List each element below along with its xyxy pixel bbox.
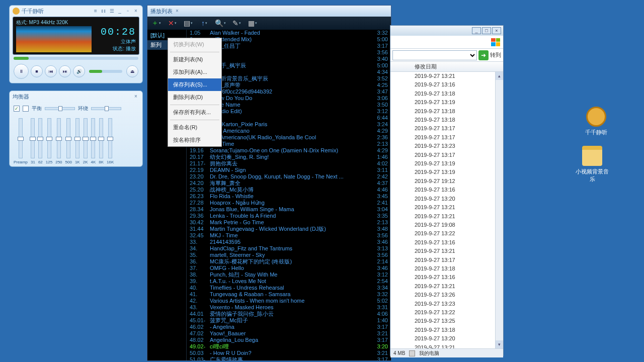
equalizer-titlebar[interactable]: 均衡器 × — [10, 91, 142, 102]
eq-band-500[interactable]: 500 — [65, 118, 72, 164]
file-row[interactable]: 2019-9-27 13:21 — [390, 343, 503, 348]
file-row[interactable]: 2019-9-27 13:16 — [390, 80, 503, 89]
file-row[interactable]: 2019-9-27 13:16 — [390, 238, 503, 247]
eq-band-8K[interactable]: 8K — [99, 118, 104, 164]
track-row[interactable]: 26.23Flo Rida - Whistle3:45 — [187, 193, 391, 200]
file-row[interactable]: 2019-9-27 13:22 — [390, 229, 503, 238]
track-row[interactable]: 44.01 爱情的骗子我问你_陈小云4:06 — [187, 311, 391, 317]
eq-band-125[interactable]: 125 — [46, 118, 52, 164]
eq-band-16K[interactable]: 16K — [107, 118, 114, 164]
stop-button[interactable]: ■ — [31, 65, 43, 77]
playlist-titlebar[interactable]: 播放列表 × — [147, 6, 391, 17]
scroll-up-icon[interactable]: ▴ — [496, 72, 503, 80]
eq-band-Preamp[interactable]: Preamp — [14, 118, 28, 164]
track-row[interactable]: 39.t.A.T.u. - Loves Me Not2:54 — [187, 278, 391, 285]
eq-band-250[interactable]: 250 — [55, 118, 62, 164]
file-row[interactable]: 2019-9-27 13:19 — [390, 98, 503, 107]
track-row[interactable]: 36.MC康乐-樱花树下的约定 (咚鼓版)2:14 — [187, 258, 391, 265]
close-icon[interactable]: × — [132, 8, 139, 15]
file-row[interactable]: 2019-9-27 13:21 — [390, 72, 503, 80]
track-row[interactable]: 41.Tungevaag & Raaban - Samsara3:32 — [187, 291, 391, 298]
file-row[interactable]: 2019-9-27 13:23 — [390, 300, 503, 308]
eq-band-62[interactable]: 62 — [38, 118, 43, 164]
sort-button[interactable]: ↑▾ — [200, 19, 209, 28]
file-row[interactable]: 2019-9-27 13:21 — [390, 247, 503, 255]
pause-button[interactable]: ⏸ — [14, 64, 29, 79]
track-row[interactable]: 22.19DEAMN - Sign3:11 — [187, 167, 391, 173]
player-titlebar[interactable]: 千千静听 ≡ ⫾⫾ ☰ _ ▫ × — [10, 6, 142, 17]
track-row[interactable]: 38.Punch, 灿烈 - Stay With Me3:12 — [187, 272, 391, 278]
toggle-vis-icon[interactable]: ⫾⫾ — [100, 8, 107, 15]
balance-slider[interactable] — [45, 107, 75, 110]
file-row[interactable]: 2019-9-27 13:17 — [390, 151, 503, 159]
eq-band-1K[interactable]: 1K — [75, 118, 80, 164]
track-row[interactable]: 33.21441435953:46 — [187, 239, 391, 245]
toggle-list-icon[interactable]: ☰ — [108, 8, 115, 15]
file-row[interactable]: 2019-9-27 13:17 — [390, 124, 503, 133]
track-row[interactable]: 45.01-菠萝咒_Mc阳子1:40 — [187, 317, 391, 324]
file-row[interactable]: 2019-9-27 13:16 — [390, 186, 503, 194]
eq-auto-checkbox[interactable] — [23, 106, 29, 112]
explorer-titlebar[interactable]: _ □ × — [390, 26, 503, 36]
track-row[interactable]: 50.03- How R U Doin?3:21 — [187, 350, 391, 356]
file-row[interactable]: 2019-9-27 13:23 — [390, 142, 503, 150]
eq-enable-checkbox[interactable]: ✓ — [14, 106, 20, 112]
track-row[interactable]: 30.42Mark Petrie - Go Time2:13 — [187, 219, 391, 226]
progress-bar[interactable] — [14, 57, 138, 60]
menu-add-list[interactable]: 添加列表(A)... — [168, 66, 221, 78]
track-row[interactable]: 1.05Alan Walker - Faded3:32 — [187, 30, 391, 36]
file-row[interactable]: 2019-9-27 13:19 — [390, 159, 503, 168]
menu-save-list[interactable]: 保存列表(S)... — [168, 78, 221, 91]
track-row[interactable]: 40.Timeflies - Undress Rehearsal3:34 — [187, 285, 391, 291]
list-button[interactable]: ▤▾ — [184, 19, 193, 28]
file-row[interactable]: 2019-9-27 13:17 — [390, 133, 503, 142]
maximize-icon[interactable]: □ — [482, 27, 491, 34]
track-row[interactable]: 37.OMFG - Hello3:46 — [187, 265, 391, 272]
file-row[interactable]: 2019-9-27 13:20 — [390, 195, 503, 203]
spectrum-visualizer[interactable] — [16, 26, 92, 52]
track-row[interactable]: 24.20 海草舞_萧全4:37 — [187, 180, 391, 187]
go-button[interactable]: ➜ — [478, 50, 489, 60]
track-row[interactable]: 49.02-ci哩ci哩3:20 — [187, 343, 391, 350]
track-row[interactable]: 51.03-广东爱情故事3:17 — [187, 356, 391, 360]
track-row[interactable]: 20.17 幼女幻奏_Sing, R. Sing!1:46 — [187, 154, 391, 160]
track-row[interactable]: 23.20Dr. Dre, Snoop Dogg, Kurupt, Nate D… — [187, 173, 391, 180]
eq-band-2K[interactable]: 2K — [83, 118, 88, 164]
time-display[interactable]: 00:28 — [101, 26, 136, 38]
edit-button[interactable]: ✎▾ — [232, 19, 241, 28]
file-row[interactable]: 2019-9-27 13:18 — [390, 326, 503, 334]
file-row[interactable]: 2019-9-27 13:22 — [390, 308, 503, 317]
remove-button[interactable]: ✕▾ — [168, 19, 177, 28]
eq-band-4K[interactable]: 4K — [91, 118, 96, 164]
track-row[interactable]: 29.36Lenka - Trouble Is A Friend3:35 — [187, 213, 391, 219]
menu-sort[interactable]: 按名称排序 — [168, 134, 221, 146]
file-row[interactable]: 2019-9-27 13:20 — [390, 334, 503, 343]
track-row[interactable]: 34.HandClap_Fitz and The Tantrums3:13 — [187, 245, 391, 252]
file-row[interactable]: 2019-9-27 13:18 — [390, 264, 503, 273]
menu-new-list[interactable]: 新建列表(N) — [168, 53, 221, 66]
prev-button[interactable]: ⏮ — [45, 65, 57, 77]
file-row[interactable]: 2019-9-27 19:08 — [390, 221, 503, 229]
track-row[interactable]: 43.Vexento - Masked Heroes3:31 — [187, 304, 391, 311]
minimize-icon[interactable]: _ — [116, 8, 123, 15]
file-row[interactable]: 2019-9-27 13:21 — [390, 203, 503, 212]
track-row[interactable]: 48.02Angelina_Lou Bega3:17 — [187, 337, 391, 343]
file-list[interactable]: 2019-9-27 13:212019-9-27 13:162019-9-27 … — [390, 72, 503, 348]
eq-band-31[interactable]: 31 — [31, 118, 35, 164]
volume-button[interactable]: 🔊 — [73, 65, 85, 77]
track-row[interactable]: 25.20 战神榜_Mc莫小博4:46 — [187, 187, 391, 193]
file-row[interactable]: 2019-9-27 19:12 — [390, 177, 503, 186]
track-row[interactable]: 31.44Martin Tungevaag - Wicked Wonderlan… — [187, 226, 391, 232]
minimize-icon[interactable]: _ — [472, 27, 481, 34]
file-row[interactable]: 2019-9-27 13:18 — [390, 107, 503, 116]
file-row[interactable]: 2019-9-27 13:21 — [390, 282, 503, 291]
file-row[interactable]: 2019-9-27 13:18 — [390, 116, 503, 124]
track-row[interactable]: 46.02- Angelina3:17 — [187, 324, 391, 330]
open-button[interactable]: ⏏ — [126, 65, 138, 77]
close-icon[interactable]: × — [132, 93, 139, 100]
desktop-icon-app[interactable]: 千千静听 — [579, 107, 614, 136]
track-row[interactable]: 19.16Sorana;Tujamo-One on One (Damien N-… — [187, 147, 391, 154]
scrollbar[interactable]: ▴ ▾ — [495, 72, 503, 348]
menu-save-all[interactable]: 保存所有列表... — [168, 106, 221, 119]
address-select[interactable] — [392, 50, 477, 60]
